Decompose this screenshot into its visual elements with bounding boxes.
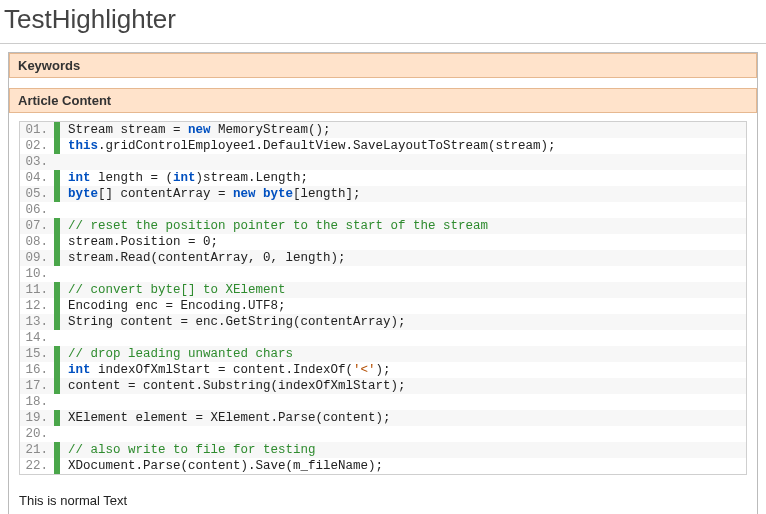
article-content-body: 01.Stream stream = new MemoryStream();02… (9, 113, 757, 483)
line-number: 16. (20, 362, 54, 378)
line-number: 19. (20, 410, 54, 426)
line-number: 12. (20, 298, 54, 314)
section-keywords-header: Keywords (9, 53, 757, 78)
code-line: 15.// drop leading unwanted chars (20, 346, 746, 362)
code-line: 09.stream.Read(contentArray, 0, length); (20, 250, 746, 266)
code-text: String content = enc.GetString(contentAr… (60, 314, 414, 330)
code-line: 05.byte[] contentArray = new byte[length… (20, 186, 746, 202)
code-line: 08.stream.Position = 0; (20, 234, 746, 250)
code-line: 07.// reset the position pointer to the … (20, 218, 746, 234)
line-number: 01. (20, 122, 54, 138)
code-line: 18. (20, 394, 746, 410)
code-line: 12.Encoding enc = Encoding.UTF8; (20, 298, 746, 314)
code-line: 03. (20, 154, 746, 170)
code-text: content = content.Substring(indexOfXmlSt… (60, 378, 414, 394)
code-text: stream.Position = 0; (60, 234, 226, 250)
code-line: 20. (20, 426, 746, 442)
code-text: stream.Read(contentArray, 0, length); (60, 250, 354, 266)
line-number: 20. (20, 426, 54, 442)
line-number: 22. (20, 458, 54, 474)
code-text: byte[] contentArray = new byte[length]; (60, 186, 369, 202)
line-number: 21. (20, 442, 54, 458)
code-block: 01.Stream stream = new MemoryStream();02… (19, 121, 747, 475)
line-number: 03. (20, 154, 54, 170)
code-text: XElement element = XElement.Parse(conten… (60, 410, 399, 426)
code-text (60, 330, 84, 346)
line-number: 08. (20, 234, 54, 250)
line-number: 18. (20, 394, 54, 410)
line-number: 06. (20, 202, 54, 218)
line-number: 05. (20, 186, 54, 202)
code-line: 19.XElement element = XElement.Parse(con… (20, 410, 746, 426)
code-text: XDocument.Parse(content).Save(m_fileName… (60, 458, 391, 474)
code-text (60, 426, 84, 442)
code-line: 13.String content = enc.GetString(conten… (20, 314, 746, 330)
normal-text: This is normal Text (9, 483, 757, 514)
code-line: 14. (20, 330, 746, 346)
line-number: 07. (20, 218, 54, 234)
code-text (60, 394, 84, 410)
section-article-content-header: Article Content (9, 88, 757, 113)
line-number: 14. (20, 330, 54, 346)
line-number: 15. (20, 346, 54, 362)
line-number: 02. (20, 138, 54, 154)
code-line: 10. (20, 266, 746, 282)
code-line: 01.Stream stream = new MemoryStream(); (20, 122, 746, 138)
content-frame: Keywords Article Content 01.Stream strea… (8, 52, 758, 514)
code-line: 17.content = content.Substring(indexOfXm… (20, 378, 746, 394)
code-line: 11.// convert byte[] to XElement (20, 282, 746, 298)
code-text: // also write to file for testing (60, 442, 324, 458)
code-text: this.gridControlEmployee1.DefaultView.Sa… (60, 138, 564, 154)
code-text: // drop leading unwanted chars (60, 346, 301, 362)
line-number: 09. (20, 250, 54, 266)
code-text: Stream stream = new MemoryStream(); (60, 122, 339, 138)
code-text (60, 154, 84, 170)
code-text: int length = (int)stream.Length; (60, 170, 316, 186)
line-number: 04. (20, 170, 54, 186)
line-number: 13. (20, 314, 54, 330)
code-text (60, 266, 84, 282)
line-number: 11. (20, 282, 54, 298)
code-text: // reset the position pointer to the sta… (60, 218, 496, 234)
code-line: 06. (20, 202, 746, 218)
page-title: TestHighlighter (0, 0, 766, 44)
code-text: Encoding enc = Encoding.UTF8; (60, 298, 294, 314)
line-number: 17. (20, 378, 54, 394)
code-line: 22.XDocument.Parse(content).Save(m_fileN… (20, 458, 746, 474)
code-text (60, 202, 84, 218)
line-number: 10. (20, 266, 54, 282)
code-text: int indexOfXmlStart = content.IndexOf('<… (60, 362, 399, 378)
code-line: 04.int length = (int)stream.Length; (20, 170, 746, 186)
code-line: 21.// also write to file for testing (20, 442, 746, 458)
code-line: 02.this.gridControlEmployee1.DefaultView… (20, 138, 746, 154)
code-line: 16.int indexOfXmlStart = content.IndexOf… (20, 362, 746, 378)
code-text: // convert byte[] to XElement (60, 282, 294, 298)
